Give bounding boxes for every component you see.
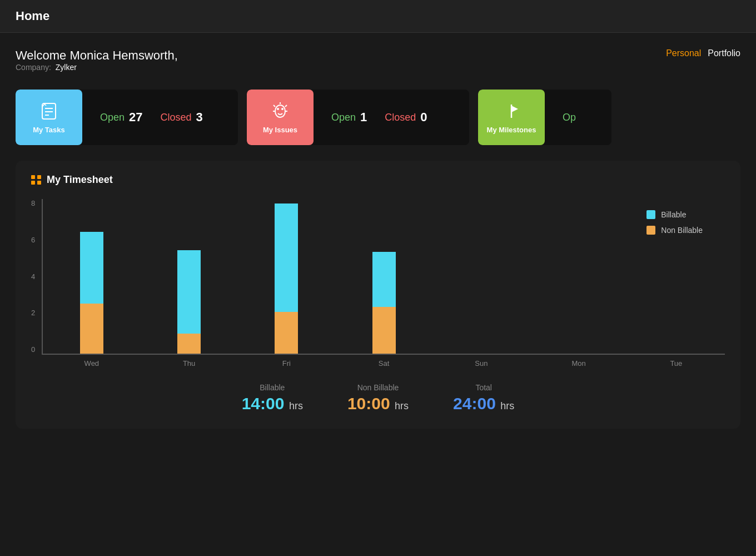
billable-legend-label: Billable (661, 210, 686, 219)
bar-nonbillable-fri (275, 312, 298, 354)
issues-stats: Open 1 Closed 0 (314, 90, 469, 145)
bar-billable-sat (372, 252, 396, 307)
tasks-open-stat: Open 27 (100, 110, 143, 125)
legend-nonbillable: Non Billable (646, 226, 703, 235)
svg-point-5 (277, 108, 279, 110)
bar-nonbillable-wed (80, 304, 103, 354)
billable-color (646, 210, 655, 219)
billable-summary-label: Billable (242, 383, 303, 392)
nonbillable-legend-label: Non Billable (661, 226, 703, 235)
chart-legend: Billable Non Billable (646, 210, 703, 235)
bar-group-mon (530, 199, 627, 354)
x-label-mon: Mon (530, 355, 627, 368)
svg-line-7 (273, 105, 275, 107)
timesheet-card: My Timesheet 0 2 4 6 8 WedT (16, 161, 740, 429)
header: Home (0, 0, 756, 33)
page-title: Home (16, 9, 49, 23)
main-content: Welcome Monica Hemsworth, Company: Zylke… (0, 33, 756, 444)
total-summary: Total 24:00 hrs (453, 383, 514, 413)
svg-point-6 (281, 108, 284, 110)
bar-group-thu (140, 199, 237, 354)
tab-portfolio[interactable]: Portfolio (708, 48, 740, 58)
nonbillable-summary-unit: hrs (395, 400, 409, 411)
company-name: Zylker (56, 63, 77, 72)
billable-summary-unit: hrs (289, 400, 303, 411)
tasks-closed-stat: Closed 3 (161, 110, 203, 125)
bar-group-wed (43, 199, 140, 354)
tasks-card: My Tasks Open 27 Closed 3 (16, 90, 238, 145)
billable-summary-value: 14:00 (242, 394, 285, 413)
tasks-open-value: 27 (129, 110, 142, 125)
issues-card: My Issues Open 1 Closed 0 (247, 90, 469, 145)
bar-group-fri (238, 199, 335, 354)
welcome-text: Welcome Monica Hemsworth, (16, 48, 178, 63)
total-summary-value: 24:00 (453, 394, 496, 413)
issues-closed-value: 0 (420, 110, 427, 125)
nonbillable-summary: Non Billable 10:00 hrs (347, 383, 409, 413)
milestones-open-stat: Op (563, 112, 576, 123)
issues-icon-block[interactable]: My Issues (247, 90, 314, 145)
x-label-wed: Wed (43, 355, 140, 368)
x-label-tue: Tue (628, 355, 725, 368)
bar-group-sun (432, 199, 530, 354)
issues-closed-stat: Closed 0 (385, 110, 427, 125)
tasks-label: My Tasks (33, 126, 65, 134)
timesheet-title: My Timesheet (47, 174, 113, 186)
total-summary-label: Total (453, 383, 514, 392)
svg-line-8 (285, 105, 287, 107)
summary-row: Billable 14:00 hrs Non Billable 10:00 hr… (31, 383, 725, 413)
chart-x-labels: WedThuFriSatSunMonTue (43, 355, 725, 368)
milestones-open-label: Op (563, 112, 576, 123)
issues-open-label: Open (331, 112, 356, 123)
total-summary-unit: hrs (500, 400, 514, 411)
bar-nonbillable-thu (177, 334, 201, 354)
issues-closed-label: Closed (385, 112, 416, 123)
chart-y-axis: 0 2 4 6 8 (31, 199, 42, 355)
chart-bars (42, 199, 725, 355)
bar-billable-fri (275, 203, 298, 312)
issues-label: My Issues (263, 126, 297, 134)
milestones-card: My Milestones Op (478, 90, 611, 145)
nonbillable-summary-label: Non Billable (347, 383, 409, 392)
svg-point-4 (275, 105, 285, 117)
milestones-icon-block[interactable]: My Milestones (478, 90, 545, 145)
tasks-open-label: Open (100, 112, 125, 123)
x-label-sun: Sun (432, 355, 530, 368)
tasks-icon-block[interactable]: My Tasks (16, 90, 82, 145)
milestones-label: My Milestones (487, 126, 536, 134)
cards-row: My Tasks Open 27 Closed 3 (16, 90, 740, 145)
timesheet-dots-icon (31, 175, 41, 185)
tasks-closed-value: 3 (196, 110, 203, 125)
bar-nonbillable-sat (372, 307, 396, 354)
x-label-sat: Sat (335, 355, 432, 368)
milestones-stats: Op (545, 90, 611, 145)
tasks-closed-label: Closed (161, 112, 192, 123)
issues-open-stat: Open 1 (331, 110, 367, 125)
nonbillable-color (646, 226, 655, 235)
x-label-fri: Fri (238, 355, 335, 368)
legend-billable: Billable (646, 210, 703, 219)
billable-summary: Billable 14:00 hrs (242, 383, 303, 413)
x-label-thu: Thu (140, 355, 237, 368)
svg-marker-13 (511, 106, 518, 112)
tab-personal[interactable]: Personal (666, 48, 701, 58)
company-label: Company: (16, 63, 51, 72)
tasks-stats: Open 27 Closed 3 (82, 90, 238, 145)
bar-billable-wed (80, 232, 103, 304)
bar-billable-thu (177, 250, 201, 334)
nonbillable-summary-value: 10:00 (347, 394, 390, 413)
bar-group-sat (335, 199, 432, 354)
issues-open-value: 1 (360, 110, 367, 125)
